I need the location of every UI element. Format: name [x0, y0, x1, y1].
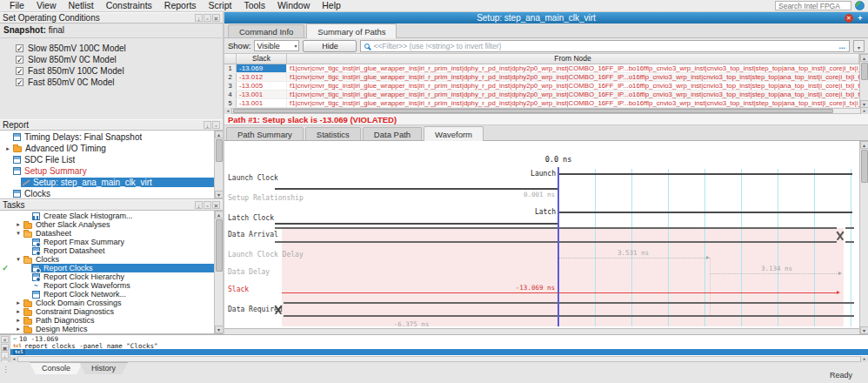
tree-item-body[interactable]: Report Clock Network...	[31, 290, 214, 299]
tree-item[interactable]: ▸Path Diagnostics	[0, 316, 214, 325]
tree-item-body[interactable]: Report Fmax Summary	[31, 238, 214, 246]
paths-table-hscrollbar[interactable]: ◂ ▸	[224, 108, 868, 114]
time-cursor[interactable]	[558, 167, 559, 326]
slack-cell[interactable]: -13.069	[237, 64, 287, 72]
table-row[interactable]: 2-13.012f1|cnvr|cnvr_tlgc_inst|iri_glue_…	[224, 73, 859, 82]
tree-item-body[interactable]: Path Diagnostics	[23, 316, 214, 325]
restore-icon[interactable]: ▫	[212, 121, 220, 129]
tree-item[interactable]: Create Slack Histogram...	[0, 212, 214, 220]
tab-history[interactable]: History	[79, 362, 128, 374]
tree-item[interactable]: ▾Clocks	[0, 255, 214, 264]
console-output[interactable]: ↩10 -13.069tclreport_clocks -panel_name …	[10, 335, 868, 362]
pin-icon[interactable]: ↓	[195, 14, 203, 22]
filter-dropdown-button[interactable]: ▾	[853, 40, 865, 52]
tree-item[interactable]: ~Report Clock Waveforms	[0, 281, 214, 290]
expander-collapsed-icon[interactable]: ▸	[14, 326, 23, 333]
pin-icon[interactable]: ↓	[204, 121, 211, 129]
tree-item[interactable]: Setup: step_ana_main_clk_virt	[0, 177, 214, 188]
expander-collapsed-icon[interactable]: ▸	[14, 317, 23, 324]
report-scrollbar[interactable]: ▴ ▾	[214, 131, 223, 198]
table-row[interactable]: 1-13.069f1|cnvr|cnvr_tlgc_inst|iri_glue_…	[224, 64, 859, 73]
console-hscrollbar[interactable]: ◂ ▸	[10, 356, 868, 362]
clear-console-icon[interactable]: ✕	[1, 336, 9, 343]
tree-item-body[interactable]: Datasheet	[23, 229, 214, 238]
from-node-cell[interactable]: f1|cnvr|cnvr_tlgc_inst|iri_glue_wrapper_…	[287, 73, 859, 81]
scroll-up-icon[interactable]: ▴	[215, 211, 224, 218]
tree-item-body[interactable]: Design Metrics	[23, 325, 214, 333]
menu-item-reports[interactable]: Reports	[158, 0, 203, 11]
tree-item-body[interactable]: Clock Domain Crossings	[23, 299, 214, 307]
tree-item[interactable]: ▸Design Metrics	[0, 325, 214, 333]
expander-expanded-icon[interactable]: ▾	[14, 256, 23, 263]
tree-item[interactable]: Report Datasheet	[0, 246, 214, 255]
menu-item-constraints[interactable]: Constraints	[100, 0, 158, 11]
paths-table-scrollbar[interactable]: ▴ ▾	[859, 54, 868, 108]
table-row[interactable]: 4-13.001f1|cnvr|cnvr_tlgc_inst|iri_glue_…	[224, 91, 859, 99]
hide-button[interactable]: Hide	[303, 40, 357, 52]
menu-item-tools[interactable]: Tools	[237, 0, 271, 11]
model-checkbox[interactable]: ✓	[16, 44, 23, 52]
column-header-slack[interactable]: Slack	[237, 54, 287, 64]
tree-item[interactable]: SDC File List	[0, 154, 214, 165]
tree-item[interactable]: Clocks	[0, 188, 214, 198]
scroll-down-icon[interactable]: ↓	[1, 352, 9, 359]
tab-command-info[interactable]: Command Info	[228, 24, 304, 37]
slack-cell[interactable]: -13.005	[237, 82, 287, 90]
scroll-right-icon[interactable]: ▸	[860, 356, 868, 362]
scroll-thumb[interactable]	[216, 139, 223, 162]
scroll-thumb[interactable]	[216, 219, 223, 272]
scroll-up-icon[interactable]: ▴	[860, 54, 868, 62]
close-icon[interactable]: ✕	[212, 201, 220, 209]
tree-item[interactable]: ✓Report Clocks	[0, 264, 214, 272]
model-checkbox[interactable]: ✓	[16, 78, 23, 86]
table-row[interactable]: 5-13.001f1|cnvr|cnvr_tlgc_inst|iri_glue_…	[224, 99, 859, 108]
from-node-cell[interactable]: f1|cnvr|cnvr_tlgc_inst|iri_glue_wrapper_…	[287, 91, 859, 98]
slack-cell[interactable]: -13.001	[237, 99, 287, 107]
tree-item-body[interactable]: SDC File List	[12, 155, 214, 165]
tasks-scrollbar[interactable]: ▴ ▾	[214, 211, 223, 333]
from-node-cell[interactable]: f1|cnvr|cnvr_tlgc_inst|iri_glue_wrapper_…	[287, 99, 859, 107]
tree-item[interactable]: Report Fmax Summary	[0, 238, 214, 246]
scroll-up-icon[interactable]: ▴	[215, 131, 224, 138]
slack-cell[interactable]: -13.012	[237, 73, 287, 81]
tree-item-body[interactable]: Create Slack Histogram...	[31, 212, 214, 220]
scroll-up-icon[interactable]: ▴	[860, 141, 868, 149]
console-prompt-line[interactable]: tcl	[10, 349, 868, 355]
tree-item-body[interactable]: Other Slack Analyses	[23, 220, 214, 229]
from-node-cell[interactable]: f1|cnvr|cnvr_tlgc_inst|iri_glue_wrapper_…	[287, 82, 859, 90]
tab-console[interactable]: Console	[30, 362, 83, 374]
console-handle-icon[interactable]: ⋮	[2, 364, 10, 376]
tree-item-body[interactable]: Setup Summary	[12, 166, 214, 176]
expander-expanded-icon[interactable]: ▾	[14, 230, 23, 237]
tree-item[interactable]: Report Clock Hierarchy	[0, 272, 214, 281]
tree-item-body[interactable]: Clocks	[23, 255, 214, 264]
menu-item-file[interactable]: File	[3, 0, 30, 11]
tree-item[interactable]: ▸Constraint Diagnostics	[0, 307, 214, 316]
model-checkbox[interactable]: ✓	[16, 56, 23, 64]
scroll-thumb[interactable]	[233, 109, 833, 113]
more-icon[interactable]: ...	[838, 42, 845, 50]
copy-icon[interactable]: ▣	[1, 344, 9, 351]
close-icon[interactable]: ✕	[212, 14, 220, 22]
tree-item-body[interactable]: Timing Delays: Final Snapshot	[12, 132, 214, 142]
expander-collapsed-icon[interactable]: ▸	[14, 308, 23, 315]
from-node-cell[interactable]: f1|cnvr|cnvr_tlgc_inst|iri_glue_wrapper_…	[287, 64, 859, 72]
tab-path-summary[interactable]: Path Summary	[226, 127, 304, 140]
global-search-input[interactable]	[775, 1, 851, 10]
expander-collapsed-icon[interactable]: ▸	[14, 299, 23, 306]
tree-item-body[interactable]: Advanced I/O Timing	[12, 144, 214, 153]
filter-field[interactable]: <<Filter>> (use !<string> to invert filt…	[360, 40, 850, 52]
menu-item-netlist[interactable]: Netlist	[63, 0, 100, 11]
table-row[interactable]: 3-13.005f1|cnvr|cnvr_tlgc_inst|iri_glue_…	[224, 82, 859, 91]
tab-statistics[interactable]: Statistics	[305, 127, 361, 140]
tab-summary-of-paths[interactable]: Summary of Paths	[306, 24, 397, 38]
tab-data-path[interactable]: Data Path	[363, 127, 422, 140]
tree-item-body[interactable]: Clocks	[12, 189, 214, 198]
expander-collapsed-icon[interactable]: ▸	[3, 145, 12, 152]
tree-item-body[interactable]: Report Datasheet	[31, 246, 214, 255]
tree-item[interactable]: ▸Advanced I/O Timing	[0, 143, 214, 154]
menu-item-window[interactable]: Window	[271, 0, 316, 11]
restore-icon[interactable]: ▫	[204, 201, 211, 209]
tree-item[interactable]: ▸Clock Domain Crossings	[0, 299, 214, 307]
expander-collapsed-icon[interactable]: ▸	[14, 221, 23, 228]
